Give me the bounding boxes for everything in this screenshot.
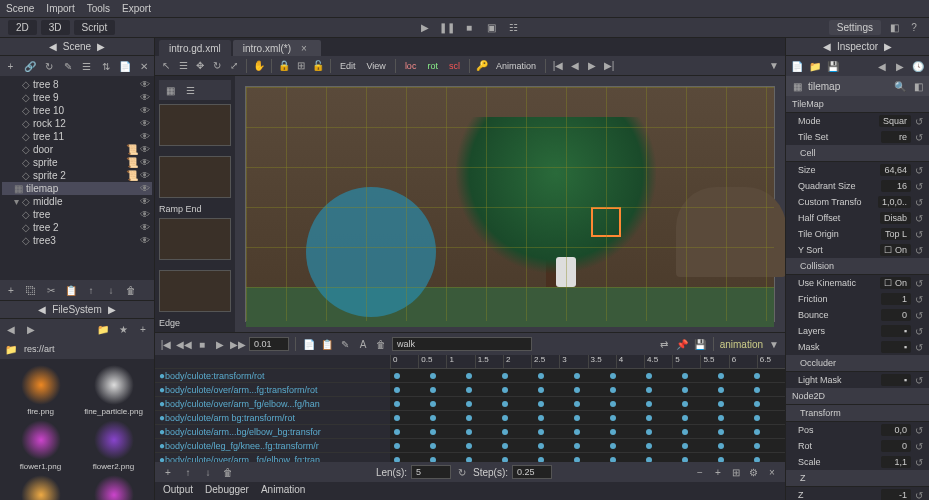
keyframe[interactable]	[466, 387, 472, 393]
panel-next-icon[interactable]: ▶	[97, 41, 105, 52]
stop-icon[interactable]: ■	[462, 21, 476, 35]
keyframe[interactable]	[502, 401, 508, 407]
inspector-prop[interactable]: Friction1↺	[786, 291, 929, 307]
move-down-icon[interactable]: ↓	[201, 465, 215, 479]
pan-icon[interactable]: ✋	[252, 59, 266, 73]
keyframe[interactable]	[718, 429, 724, 435]
group-icon[interactable]: ⊞	[294, 59, 308, 73]
keyframe[interactable]	[574, 415, 580, 421]
keyframe[interactable]	[502, 457, 508, 462]
tree-item[interactable]: ▾◇ middle👁	[2, 195, 152, 208]
inspector-prop[interactable]: Layers▪↺	[786, 323, 929, 339]
inspector-section[interactable]: Occluder	[786, 355, 929, 372]
prev-icon[interactable]: ◀	[568, 59, 582, 73]
instance-icon[interactable]: 🔗	[23, 59, 36, 73]
keyframe[interactable]	[754, 387, 760, 393]
cut-icon[interactable]: ✂	[44, 283, 58, 297]
tree-item[interactable]: ◇ tree3👁	[2, 234, 152, 247]
loop-icon[interactable]: ↻	[455, 465, 469, 479]
keyframe[interactable]	[466, 373, 472, 379]
arrow-icon[interactable]: ✥	[193, 59, 207, 73]
track-row[interactable]: ● body/culote/arm...bg/elbow_bg:transfor	[155, 425, 390, 439]
move-down-icon[interactable]: ↓	[104, 283, 118, 297]
keyframe[interactable]	[646, 387, 652, 393]
inspector-prop[interactable]: Light Mask▪↺	[786, 372, 929, 388]
keyframe[interactable]	[682, 373, 688, 379]
keyframe[interactable]	[538, 387, 544, 393]
res-new-icon[interactable]: 📄	[790, 59, 804, 73]
new-anim-icon[interactable]: 📄	[302, 337, 316, 351]
keyframe[interactable]	[538, 401, 544, 407]
inspector-prop[interactable]: Tile OriginTop L↺	[786, 226, 929, 242]
keyframe[interactable]	[574, 401, 580, 407]
keyframe[interactable]	[538, 443, 544, 449]
back-icon[interactable]: ◀	[4, 322, 18, 336]
keyframe[interactable]	[754, 429, 760, 435]
panel-prev-icon[interactable]: ◀	[49, 41, 57, 52]
menu-scene[interactable]: Scene	[6, 3, 34, 14]
key-row[interactable]	[390, 369, 785, 383]
keyframe[interactable]	[646, 401, 652, 407]
inspector-prop[interactable]: Z-1↺	[786, 487, 929, 500]
keyframe[interactable]	[502, 429, 508, 435]
tab-debugger[interactable]: Debugger	[205, 484, 249, 498]
keyframe[interactable]	[646, 443, 652, 449]
keyframe[interactable]	[610, 457, 616, 462]
scale-icon[interactable]: ⤢	[227, 59, 241, 73]
mode-2d[interactable]: 2D	[8, 20, 37, 35]
keyframe[interactable]	[718, 443, 724, 449]
save-anim-icon[interactable]: 💾	[693, 337, 707, 351]
tree-item[interactable]: ◇ rock 12👁	[2, 117, 152, 130]
inspector-prop[interactable]: ModeSquar↺	[786, 113, 929, 129]
track-row[interactable]: ● body/culote/leg_fg/knee..fg:transform/…	[155, 439, 390, 453]
keyframe[interactable]	[610, 443, 616, 449]
inspector-prop[interactable]: Rot0↺	[786, 438, 929, 454]
zoom-out-icon[interactable]: −	[693, 465, 707, 479]
inspector-prop[interactable]: Bounce0↺	[786, 307, 929, 323]
keyframe[interactable]	[682, 457, 688, 462]
keyframe[interactable]	[682, 443, 688, 449]
track-row[interactable]: ● body/culote/arm bg:transform/rot	[155, 411, 390, 425]
keyframe[interactable]	[502, 373, 508, 379]
tile-thumb[interactable]	[159, 156, 231, 198]
key-row[interactable]	[390, 397, 785, 411]
keyframe[interactable]	[538, 373, 544, 379]
anim-play-icon[interactable]: ▶	[213, 337, 227, 351]
menu-tools[interactable]: Tools	[87, 3, 110, 14]
history-fwd-icon[interactable]: ▶	[893, 59, 907, 73]
keyframe[interactable]	[646, 429, 652, 435]
keyframe[interactable]	[430, 373, 436, 379]
keyframe[interactable]	[502, 443, 508, 449]
loc-button[interactable]: loc	[401, 59, 421, 73]
keyframe[interactable]	[682, 387, 688, 393]
keyframe[interactable]	[430, 401, 436, 407]
keyframe[interactable]	[646, 415, 652, 421]
keyframe[interactable]	[718, 387, 724, 393]
tree-item[interactable]: ◇ tree 2👁	[2, 221, 152, 234]
history-icon[interactable]: 🕓	[911, 59, 925, 73]
panel-next-icon[interactable]: ▶	[108, 304, 116, 315]
key-row[interactable]	[390, 439, 785, 453]
inspector-prop[interactable]: Half OffsetDisab↺	[786, 210, 929, 226]
keyframe[interactable]	[394, 373, 400, 379]
inspector-body[interactable]: TileMapModeSquar↺Tile Setre↺CellSize64,6…	[786, 96, 929, 500]
add-node-icon[interactable]: +	[4, 59, 17, 73]
file-item[interactable]: flower2.png	[79, 420, 148, 471]
anim-stop-icon[interactable]: ■	[195, 337, 209, 351]
rotate-icon[interactable]: ↻	[210, 59, 224, 73]
time-input[interactable]	[249, 337, 289, 351]
inspector-prop[interactable]: Custom Transfo1,0,0..↺	[786, 194, 929, 210]
anim-ff-icon[interactable]: ▶▶	[231, 337, 245, 351]
keyframe[interactable]	[394, 429, 400, 435]
keyframe[interactable]	[538, 457, 544, 462]
keyframe[interactable]	[430, 443, 436, 449]
key-icon[interactable]: 🔑	[475, 59, 489, 73]
autoplay-icon[interactable]: A	[356, 337, 370, 351]
keyframe[interactable]	[394, 457, 400, 462]
keyframe[interactable]	[646, 373, 652, 379]
tile-palette[interactable]: ▦☰ Ramp End Edge	[155, 76, 235, 332]
len-input[interactable]	[411, 465, 451, 479]
layout-icon[interactable]: ◧	[887, 21, 901, 35]
keyframe[interactable]	[574, 457, 580, 462]
tree-item[interactable]: ◇ tree👁	[2, 208, 152, 221]
